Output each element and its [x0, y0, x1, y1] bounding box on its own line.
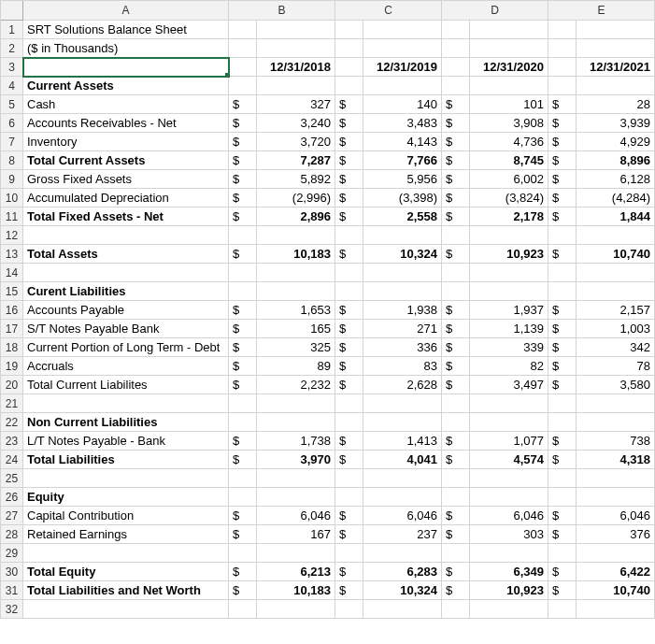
row-header-8[interactable]: 8: [1, 151, 23, 170]
cell-val[interactable]: [577, 600, 655, 619]
cell-val[interactable]: [257, 226, 335, 245]
row-label[interactable]: Gross Fixed Assets: [23, 170, 229, 189]
row-value[interactable]: 1,139: [470, 320, 548, 338]
currency-symbol[interactable]: $: [335, 338, 363, 357]
cell-cur[interactable]: [442, 469, 470, 488]
cell-cur[interactable]: [335, 226, 363, 245]
currency-symbol[interactable]: $: [335, 170, 363, 189]
cell-val[interactable]: [363, 469, 442, 488]
cell-cur[interactable]: [442, 226, 470, 245]
cell-val[interactable]: [363, 226, 442, 245]
currency-symbol[interactable]: $: [229, 507, 257, 525]
col-header-a[interactable]: A: [23, 1, 229, 21]
cell-val[interactable]: [577, 413, 655, 432]
cell-val[interactable]: [363, 264, 442, 282]
currency-symbol[interactable]: $: [229, 525, 257, 544]
row-header-30[interactable]: 30: [1, 563, 23, 581]
row-value[interactable]: 1,937: [470, 301, 548, 320]
currency-symbol[interactable]: $: [442, 376, 470, 394]
currency-symbol[interactable]: $: [548, 338, 577, 357]
currency-symbol[interactable]: $: [548, 507, 577, 525]
cell-cur[interactable]: [335, 282, 363, 301]
currency-symbol[interactable]: $: [335, 320, 363, 338]
row-header-15[interactable]: 15: [1, 282, 23, 301]
col-header-b[interactable]: B: [229, 1, 335, 21]
cell-val[interactable]: [470, 413, 548, 432]
row-header-17[interactable]: 17: [1, 320, 23, 338]
currency-symbol[interactable]: $: [442, 525, 470, 544]
cell-cur[interactable]: [229, 413, 257, 432]
row-value[interactable]: 1,077: [470, 432, 548, 451]
row-header-29[interactable]: 29: [1, 544, 23, 563]
row-value[interactable]: 1,738: [257, 432, 335, 451]
cell-val[interactable]: [470, 488, 548, 507]
currency-symbol[interactable]: $: [442, 151, 470, 170]
row-value[interactable]: 6,128: [577, 170, 655, 189]
row-value[interactable]: 342: [577, 338, 655, 357]
currency-symbol[interactable]: $: [229, 563, 257, 581]
currency-symbol[interactable]: $: [442, 357, 470, 376]
row-header-22[interactable]: 22: [1, 413, 23, 432]
currency-symbol[interactable]: $: [229, 133, 257, 151]
row-value[interactable]: 82: [470, 357, 548, 376]
currency-symbol[interactable]: $: [442, 170, 470, 189]
row-label[interactable]: Inventory: [23, 133, 229, 151]
currency-symbol[interactable]: $: [229, 581, 257, 600]
currency-symbol[interactable]: $: [442, 338, 470, 357]
currency-symbol[interactable]: $: [229, 301, 257, 320]
cell-blank[interactable]: [23, 544, 229, 563]
currency-symbol[interactable]: $: [548, 189, 577, 208]
row-header-25[interactable]: 25: [1, 469, 23, 488]
cell-val[interactable]: [363, 21, 442, 39]
row-value[interactable]: 336: [363, 338, 442, 357]
row-header-21[interactable]: 21: [1, 394, 23, 413]
currency-symbol[interactable]: $: [548, 114, 577, 133]
currency-symbol[interactable]: $: [229, 451, 257, 469]
row-label[interactable]: Total Liabilities: [23, 451, 229, 469]
cell-val[interactable]: [363, 488, 442, 507]
row-label[interactable]: Capital Contribution: [23, 507, 229, 525]
currency-symbol[interactable]: $: [442, 208, 470, 226]
cell-val[interactable]: [363, 394, 442, 413]
col-header-d[interactable]: D: [442, 1, 548, 21]
currency-symbol[interactable]: $: [335, 451, 363, 469]
currency-symbol[interactable]: $: [548, 357, 577, 376]
cell-cur[interactable]: [548, 264, 577, 282]
currency-symbol[interactable]: $: [229, 95, 257, 114]
row-value[interactable]: 271: [363, 320, 442, 338]
cell-cur[interactable]: [548, 226, 577, 245]
cell-val[interactable]: [257, 282, 335, 301]
row-value[interactable]: 1,844: [577, 208, 655, 226]
row-header-26[interactable]: 26: [1, 488, 23, 507]
row-value[interactable]: 4,318: [577, 451, 655, 469]
row-value[interactable]: 10,324: [363, 245, 442, 264]
row-label[interactable]: Current Portion of Long Term - Debt: [23, 338, 229, 357]
row-value[interactable]: 167: [257, 525, 335, 544]
cell-cur[interactable]: [335, 544, 363, 563]
section-header[interactable]: Current Assets: [23, 77, 229, 95]
cell-val[interactable]: [577, 39, 655, 58]
cell-cur[interactable]: [548, 282, 577, 301]
cell-cur[interactable]: [548, 469, 577, 488]
row-value[interactable]: 7,287: [257, 151, 335, 170]
cell-val[interactable]: [257, 469, 335, 488]
cell-val[interactable]: [577, 264, 655, 282]
row-value[interactable]: 2,628: [363, 376, 442, 394]
cell-cur[interactable]: [335, 39, 363, 58]
row-value[interactable]: 3,240: [257, 114, 335, 133]
currency-symbol[interactable]: $: [229, 376, 257, 394]
currency-symbol[interactable]: $: [442, 301, 470, 320]
row-header-6[interactable]: 6: [1, 114, 23, 133]
currency-symbol[interactable]: $: [548, 95, 577, 114]
row-header-23[interactable]: 23: [1, 432, 23, 451]
row-label[interactable]: Accumulated Depreciation: [23, 189, 229, 208]
cell-blank[interactable]: [23, 264, 229, 282]
cell-cur[interactable]: [335, 488, 363, 507]
row-value[interactable]: 3,580: [577, 376, 655, 394]
row-value[interactable]: 3,497: [470, 376, 548, 394]
row-value[interactable]: 83: [363, 357, 442, 376]
cell-val[interactable]: [257, 600, 335, 619]
cell-cur[interactable]: [548, 77, 577, 95]
currency-symbol[interactable]: $: [229, 357, 257, 376]
row-header-2[interactable]: 2: [1, 39, 23, 58]
